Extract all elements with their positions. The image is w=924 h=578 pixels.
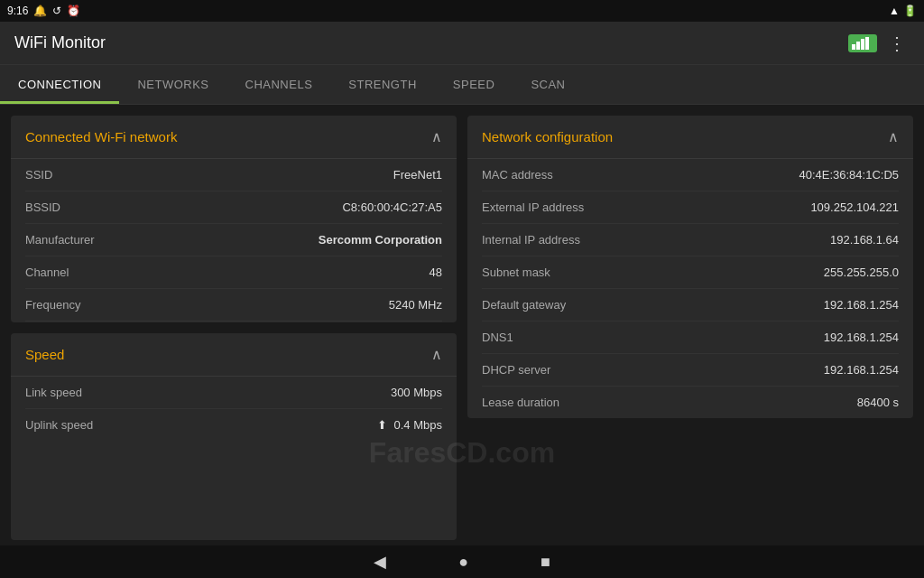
tab-scan[interactable]: SCAN bbox=[513, 65, 583, 104]
tab-networks[interactable]: NETWORKS bbox=[119, 65, 226, 104]
status-bar: 9:16 🔔 ↺ ⏰ ▲ 🔋 bbox=[0, 0, 924, 22]
dhcp-label: DHCP server bbox=[482, 363, 550, 377]
battery-icon: 🔋 bbox=[903, 5, 917, 17]
tabs: CONNECTION NETWORKS CHANNELS STRENGTH SP… bbox=[0, 65, 924, 105]
network-config-title: Network configuration bbox=[482, 129, 613, 144]
external-ip-value: 109.252.104.221 bbox=[810, 200, 899, 214]
time: 9:16 bbox=[7, 5, 28, 17]
dns1-label: DNS1 bbox=[482, 331, 513, 344]
network-config-header: Network configuration ∧ bbox=[467, 116, 913, 159]
dns1-row: DNS1 192.168.1.254 bbox=[482, 322, 899, 354]
connected-wifi-card: Connected Wi-Fi network ∧ SSID FreeNet1 … bbox=[11, 116, 457, 322]
network-config-chevron[interactable]: ∧ bbox=[888, 128, 899, 145]
main-content: Connected Wi-Fi network ∧ SSID FreeNet1 … bbox=[0, 105, 924, 545]
subnet-value: 255.255.255.0 bbox=[824, 266, 899, 279]
wifi-card-title: Connected Wi-Fi network bbox=[25, 129, 177, 144]
cards-row: Connected Wi-Fi network ∧ SSID FreeNet1 … bbox=[11, 116, 913, 540]
link-speed-row: Link speed 300 Mbps bbox=[25, 377, 442, 409]
dhcp-value: 192.168.1.254 bbox=[824, 363, 899, 377]
tab-speed[interactable]: SPEED bbox=[435, 65, 513, 104]
subnet-row: Subnet mask 255.255.255.0 bbox=[482, 256, 899, 289]
speed-chevron[interactable]: ∧ bbox=[431, 346, 442, 363]
svg-rect-3 bbox=[865, 37, 869, 50]
external-ip-row: External IP address 109.252.104.221 bbox=[482, 191, 899, 224]
alarm-icon: ⏰ bbox=[67, 5, 80, 17]
upload-icon: ⬆ bbox=[377, 418, 387, 432]
manufacturer-row: Manufacturer Sercomm Corporation bbox=[25, 224, 442, 256]
uplink-speed-label: Uplink speed bbox=[25, 418, 93, 432]
tab-strength[interactable]: STRENGTH bbox=[330, 65, 435, 104]
wifi-card-body: SSID FreeNet1 BSSID C8:60:00:4C:27:A5 Ma… bbox=[11, 159, 457, 322]
speed-card-header: Speed ∧ bbox=[11, 333, 457, 377]
channel-label: Channel bbox=[25, 266, 69, 279]
lease-label: Lease duration bbox=[482, 396, 559, 409]
ssid-label: SSID bbox=[25, 168, 52, 182]
signal-icon bbox=[848, 34, 877, 52]
frequency-row: Frequency 5240 MHz bbox=[25, 289, 442, 322]
lease-row: Lease duration 86400 s bbox=[482, 387, 899, 418]
left-column: Connected Wi-Fi network ∧ SSID FreeNet1 … bbox=[11, 116, 457, 540]
bssid-value: C8:60:00:4C:27:A5 bbox=[342, 200, 442, 214]
link-speed-label: Link speed bbox=[25, 386, 82, 399]
internal-ip-value: 192.168.1.64 bbox=[830, 233, 899, 247]
gateway-value: 192.168.1.254 bbox=[824, 298, 899, 312]
speed-card-body: Link speed 300 Mbps Uplink speed ⬆ 0.4 M… bbox=[11, 377, 457, 441]
uplink-speed-value: ⬆ 0.4 Mbps bbox=[377, 418, 442, 432]
bottom-nav: ◀ ● ■ bbox=[0, 545, 924, 578]
app-bar-right: ⋮ bbox=[848, 29, 910, 58]
lease-value: 86400 s bbox=[857, 396, 899, 409]
svg-rect-2 bbox=[861, 39, 864, 50]
channel-row: Channel 48 bbox=[25, 256, 442, 289]
network-config-card: Network configuration ∧ MAC address 40:4… bbox=[467, 116, 913, 418]
frequency-value: 5240 MHz bbox=[389, 298, 442, 312]
link-speed-value: 300 Mbps bbox=[391, 386, 442, 399]
external-ip-label: External IP address bbox=[482, 200, 584, 214]
bssid-row: BSSID C8:60:00:4C:27:A5 bbox=[25, 191, 442, 224]
svg-rect-1 bbox=[856, 42, 860, 50]
menu-icon[interactable]: ⋮ bbox=[884, 29, 910, 58]
mac-value: 40:4E:36:84:1C:D5 bbox=[799, 168, 899, 182]
status-right: ▲ 🔋 bbox=[889, 5, 917, 17]
sync-icon: ↺ bbox=[52, 5, 61, 17]
manufacturer-value: Sercomm Corporation bbox=[319, 233, 442, 247]
app-title: WiFi Monitor bbox=[14, 33, 106, 52]
svg-rect-0 bbox=[852, 44, 855, 50]
channel-value: 48 bbox=[430, 266, 442, 279]
channel-width-row: Channel width 40 MHz bbox=[25, 322, 442, 322]
uplink-speed-row: Uplink speed ⬆ 0.4 Mbps bbox=[25, 409, 442, 441]
wifi-chevron[interactable]: ∧ bbox=[431, 128, 442, 145]
speed-card-title: Speed bbox=[25, 347, 64, 362]
app-bar: WiFi Monitor ⋮ bbox=[0, 22, 924, 65]
bssid-label: BSSID bbox=[25, 200, 60, 214]
mac-label: MAC address bbox=[482, 168, 553, 182]
ssid-row: SSID FreeNet1 bbox=[25, 159, 442, 191]
network-config-body: MAC address 40:4E:36:84:1C:D5 External I… bbox=[467, 159, 913, 418]
internal-ip-row: Internal IP address 192.168.1.64 bbox=[482, 224, 899, 256]
wifi-card-header: Connected Wi-Fi network ∧ bbox=[11, 116, 457, 159]
recent-button[interactable]: ■ bbox=[541, 553, 550, 572]
dns1-value: 192.168.1.254 bbox=[824, 331, 899, 344]
gateway-row: Default gateway 192.168.1.254 bbox=[482, 289, 899, 322]
tab-channels[interactable]: CHANNELS bbox=[227, 65, 331, 104]
dhcp-row: DHCP server 192.168.1.254 bbox=[482, 354, 899, 387]
frequency-label: Frequency bbox=[25, 298, 80, 312]
status-left: 9:16 🔔 ↺ ⏰ bbox=[7, 5, 80, 17]
notification-icon: 🔔 bbox=[33, 5, 47, 17]
home-button[interactable]: ● bbox=[458, 553, 468, 572]
mac-row: MAC address 40:4E:36:84:1C:D5 bbox=[482, 159, 899, 191]
speed-card: Speed ∧ Link speed 300 Mbps Uplink speed… bbox=[11, 333, 457, 540]
back-button[interactable]: ◀ bbox=[374, 552, 386, 572]
subnet-label: Subnet mask bbox=[482, 266, 550, 279]
ssid-value: FreeNet1 bbox=[393, 168, 442, 182]
gateway-label: Default gateway bbox=[482, 298, 566, 312]
right-column: Network configuration ∧ MAC address 40:4… bbox=[467, 116, 913, 540]
wifi-icon: ▲ bbox=[889, 5, 900, 17]
manufacturer-label: Manufacturer bbox=[25, 233, 95, 247]
tab-connection[interactable]: CONNECTION bbox=[0, 65, 119, 104]
internal-ip-label: Internal IP address bbox=[482, 233, 580, 247]
